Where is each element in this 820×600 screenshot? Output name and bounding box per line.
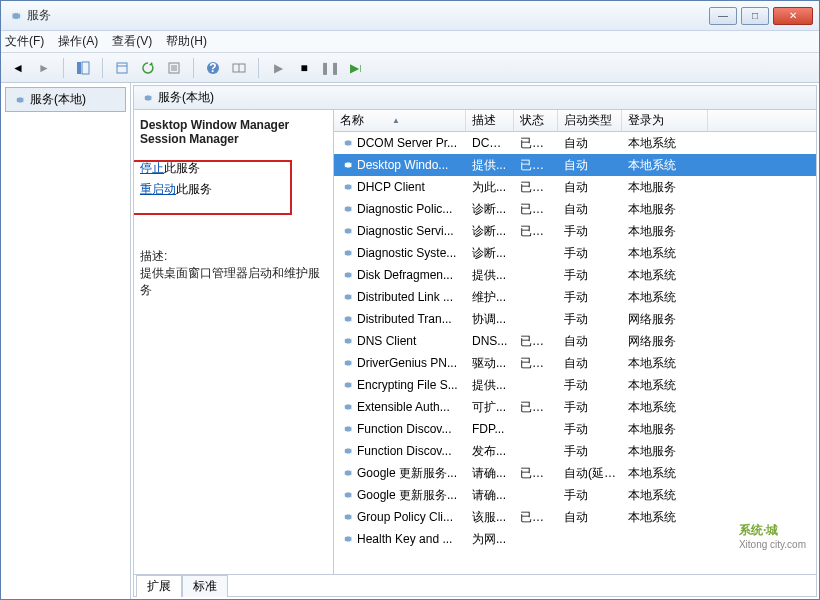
service-logon: 网络服务 — [622, 311, 708, 328]
back-button[interactable]: ◄ — [7, 57, 29, 79]
stop-suffix: 此服务 — [164, 161, 200, 175]
service-startup: 自动 — [558, 179, 622, 196]
menu-bar: 文件(F) 操作(A) 查看(V) 帮助(H) — [1, 31, 819, 53]
service-logon: 本地系统 — [622, 465, 708, 482]
stop-service-button[interactable]: ■ — [293, 57, 315, 79]
service-row[interactable]: Encrypting File S...提供...手动本地系统 — [334, 374, 816, 396]
service-row[interactable]: Diagnostic Polic...诊断...已启动自动本地服务 — [334, 198, 816, 220]
details-toggle-button[interactable] — [228, 57, 250, 79]
service-row[interactable]: Google 更新服务...请确...手动本地系统 — [334, 484, 816, 506]
tree-root-label: 服务(本地) — [30, 91, 86, 108]
service-logon: 本地服务 — [622, 443, 708, 460]
help-button[interactable]: ? — [202, 57, 224, 79]
col-status[interactable]: 状态 — [514, 110, 558, 131]
description-label: 描述: — [140, 248, 327, 265]
main-area: 服务(本地) 服务(本地) Desktop Window Manager Ses… — [1, 83, 819, 599]
service-list-pane[interactable]: 名称▲ 描述 状态 启动类型 登录为 DCOM Server Pr...DCO.… — [334, 110, 816, 574]
app-icon — [7, 8, 23, 24]
service-name: Diagnostic Syste... — [357, 246, 456, 260]
service-startup: 自动 — [558, 355, 622, 372]
service-row[interactable]: Desktop Windo...提供...已启动自动本地系统 — [334, 154, 816, 176]
service-desc: 请确... — [466, 487, 514, 504]
col-logon[interactable]: 登录为 — [622, 110, 708, 131]
minimize-button[interactable]: — — [709, 7, 737, 25]
col-desc[interactable]: 描述 — [466, 110, 514, 131]
service-row[interactable]: Diagnostic Syste...诊断...手动本地系统 — [334, 242, 816, 264]
service-desc: 诊断... — [466, 245, 514, 262]
tool-bar: ◄ ► ? ▶ ■ ❚❚ ▶| — [1, 53, 819, 83]
service-row[interactable]: Distributed Tran...协调...手动网络服务 — [334, 308, 816, 330]
stop-service-link[interactable]: 停止 — [140, 161, 164, 175]
menu-action[interactable]: 操作(A) — [58, 33, 98, 50]
gear-icon — [340, 246, 354, 260]
service-row[interactable]: Health Key and ...为网... — [334, 528, 816, 550]
gear-icon — [340, 158, 354, 172]
maximize-button[interactable]: □ — [741, 7, 769, 25]
tree-pane: 服务(本地) — [1, 83, 131, 599]
service-name: Desktop Windo... — [357, 158, 448, 172]
restart-service-button[interactable]: ▶| — [345, 57, 367, 79]
show-hide-tree-button[interactable] — [72, 57, 94, 79]
gear-icon — [340, 466, 354, 480]
description-text: 提供桌面窗口管理器启动和维护服务 — [140, 265, 327, 299]
right-pane-title: 服务(本地) — [158, 89, 214, 106]
list-header: 名称▲ 描述 状态 启动类型 登录为 — [334, 110, 816, 132]
service-startup: 自动 — [558, 333, 622, 350]
menu-view[interactable]: 查看(V) — [112, 33, 152, 50]
col-startup[interactable]: 启动类型 — [558, 110, 622, 131]
window-title: 服务 — [27, 7, 709, 24]
restart-service-link[interactable]: 重启动 — [140, 182, 176, 196]
tab-extended[interactable]: 扩展 — [136, 575, 182, 597]
service-startup: 手动 — [558, 267, 622, 284]
gear-icon — [340, 312, 354, 326]
gear-icon — [340, 268, 354, 282]
service-status: 已启动 — [514, 333, 558, 350]
service-row[interactable]: Disk Defragmen...提供...手动本地系统 — [334, 264, 816, 286]
start-service-button[interactable]: ▶ — [267, 57, 289, 79]
service-row[interactable]: Function Discov...发布...手动本地服务 — [334, 440, 816, 462]
service-row[interactable]: Group Policy Cli...该服...已启动自动本地系统 — [334, 506, 816, 528]
service-name: DHCP Client — [357, 180, 425, 194]
properties-button[interactable] — [163, 57, 185, 79]
service-status: 已启动 — [514, 399, 558, 416]
refresh-button[interactable] — [137, 57, 159, 79]
service-startup: 手动 — [558, 289, 622, 306]
service-logon: 本地系统 — [622, 135, 708, 152]
service-name: DCOM Server Pr... — [357, 136, 457, 150]
menu-file[interactable]: 文件(F) — [5, 33, 44, 50]
service-row[interactable]: Google 更新服务...请确...已启动自动(延迟...本地系统 — [334, 462, 816, 484]
service-row[interactable]: DHCP Client为此...已启动自动本地服务 — [334, 176, 816, 198]
service-row[interactable]: Function Discov...FDP...手动本地服务 — [334, 418, 816, 440]
right-pane: 服务(本地) Desktop Window Manager Session Ma… — [133, 85, 817, 597]
forward-button[interactable]: ► — [33, 57, 55, 79]
close-button[interactable]: ✕ — [773, 7, 813, 25]
service-row[interactable]: DriverGenius PN...驱动...已启动自动本地系统 — [334, 352, 816, 374]
tab-standard[interactable]: 标准 — [182, 575, 228, 597]
service-startup: 自动 — [558, 201, 622, 218]
service-startup: 手动 — [558, 223, 622, 240]
title-bar: 服务 — □ ✕ — [1, 1, 819, 31]
service-logon: 本地系统 — [622, 267, 708, 284]
gear-icon — [340, 532, 354, 546]
gear-icon — [340, 334, 354, 348]
service-row[interactable]: Extensible Auth...可扩...已启动手动本地系统 — [334, 396, 816, 418]
tree-root-node[interactable]: 服务(本地) — [5, 87, 126, 112]
service-desc: 协调... — [466, 311, 514, 328]
menu-help[interactable]: 帮助(H) — [166, 33, 207, 50]
restart-suffix: 此服务 — [176, 182, 212, 196]
service-row[interactable]: Diagnostic Servi...诊断...已启动手动本地服务 — [334, 220, 816, 242]
service-name: Distributed Link ... — [357, 290, 453, 304]
service-desc: 提供... — [466, 157, 514, 174]
pause-service-button[interactable]: ❚❚ — [319, 57, 341, 79]
service-row[interactable]: DNS ClientDNS...已启动自动网络服务 — [334, 330, 816, 352]
export-list-button[interactable] — [111, 57, 133, 79]
service-logon: 本地系统 — [622, 157, 708, 174]
selected-service-title: Desktop Window Manager Session Manager — [140, 118, 327, 146]
gear-icon — [340, 510, 354, 524]
service-row[interactable]: DCOM Server Pr...DCO...已启动自动本地系统 — [334, 132, 816, 154]
service-logon: 本地服务 — [622, 201, 708, 218]
service-logon: 本地系统 — [622, 487, 708, 504]
col-name[interactable]: 名称▲ — [334, 110, 466, 131]
service-row[interactable]: Distributed Link ...维护...手动本地系统 — [334, 286, 816, 308]
sort-indicator-icon: ▲ — [392, 116, 400, 125]
